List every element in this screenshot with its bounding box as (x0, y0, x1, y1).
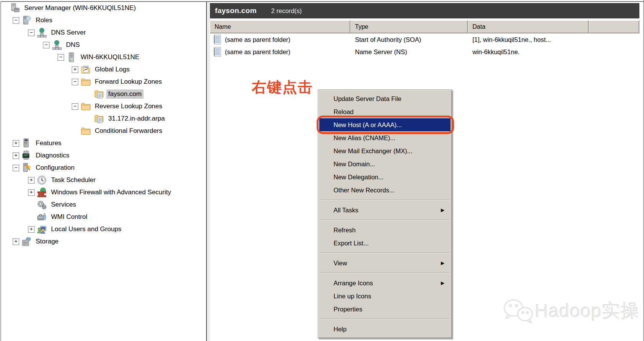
tree-row: fayson.com (1, 88, 206, 100)
expand-icon[interactable]: + (72, 66, 78, 73)
tree-row: Conditional Forwarders (1, 125, 206, 137)
tree-item-dns[interactable]: DNS (64, 40, 82, 50)
tree-row: 31.172.in-addr.arpa (1, 113, 206, 125)
menu-item-label: Reload (334, 108, 353, 115)
menu-item-all-tasks[interactable]: All Tasks▶ (319, 204, 451, 217)
watermark: Hadoop实操 (502, 293, 639, 329)
menu-item-label: New Alias (CNAME)... (334, 134, 395, 141)
menu-item-refresh[interactable]: Refresh (319, 223, 451, 237)
record-name: (same as parent folder) (225, 48, 291, 56)
menu-item-new-mail-exchanger-mx[interactable]: New Mail Exchanger (MX)... (319, 144, 451, 157)
wmi-icon (37, 212, 47, 222)
zone-record-count: 2 record(s) (271, 7, 302, 15)
features-icon (21, 138, 31, 148)
menu-item-new-host-a-or-aaaa[interactable]: New Host (A or AAAA)... (319, 118, 451, 131)
submenu-arrow-icon: ▶ (441, 276, 444, 290)
menu-item-new-delegation[interactable]: New Delegation... (319, 170, 451, 184)
collapse-icon[interactable]: − (13, 17, 19, 24)
roles-icon (21, 15, 31, 25)
menu-item-view[interactable]: View▶ (319, 257, 451, 270)
tree-row: +Diagnostics (1, 149, 206, 162)
expander-spacer (28, 214, 35, 220)
menu-item-new-alias-cname[interactable]: New Alias (CNAME)... (319, 131, 451, 144)
tree-item-wmi-control[interactable]: WMI Control (49, 212, 89, 222)
expand-icon[interactable]: + (13, 140, 19, 147)
collapse-icon[interactable]: − (72, 79, 78, 85)
tree-item-server-manager-win-6kkuqil51ne[interactable]: Server Manager (WIN-6KKUQIL51NE) (22, 3, 138, 13)
menu-separator (320, 253, 450, 253)
submenu-arrow-icon: ▶ (441, 257, 444, 270)
menu-item-label: Arrange Icons (334, 280, 373, 286)
menu-item-line-up-icons[interactable]: Line up Icons (319, 290, 451, 303)
collapse-icon[interactable]: − (58, 54, 64, 61)
menu-item-label: New Domain... (334, 161, 375, 167)
menu-item-label: New Delegation... (334, 174, 383, 180)
zone-context-menu: Update Server Data FileReloadNew Host (A… (318, 89, 452, 338)
record-name-cell: (same as parent folder) (210, 47, 350, 57)
expand-icon[interactable]: + (13, 152, 19, 159)
tree-row: −Forward Lookup Zones (1, 76, 206, 88)
menu-separator (320, 200, 450, 200)
expander-spacer (85, 91, 92, 98)
tree-item-fayson-com[interactable]: fayson.com (106, 89, 144, 99)
collapse-icon[interactable]: − (72, 103, 78, 110)
tree-item-storage[interactable]: Storage (34, 237, 61, 246)
tree-item-reverse-lookup-zones[interactable]: Reverse Lookup Zones (93, 102, 164, 111)
record-row[interactable]: (same as parent folder)Start of Authorit… (210, 33, 639, 46)
wechat-icon (502, 293, 535, 329)
menu-separator (320, 319, 450, 319)
menu-item-reload[interactable]: Reload (319, 105, 451, 118)
menu-item-label: Help (334, 326, 347, 333)
tree-item-local-users-and-groups[interactable]: Local Users and Groups (49, 225, 123, 234)
task-scheduler-icon (37, 175, 47, 185)
expand-icon[interactable]: + (28, 177, 35, 184)
expand-icon[interactable]: + (13, 238, 19, 245)
menu-item-export-list[interactable]: Export List... (319, 237, 451, 250)
tree-item-global-logs[interactable]: Global Logs (93, 65, 132, 74)
menu-separator (320, 273, 450, 273)
tree-row: Services (1, 199, 206, 211)
expand-icon[interactable]: + (28, 226, 35, 233)
collapse-icon[interactable]: − (28, 30, 35, 36)
zone-name: fayson.com (215, 7, 257, 15)
menu-item-new-domain[interactable]: New Domain... (319, 157, 451, 170)
collapse-icon[interactable]: − (13, 165, 19, 171)
tree-item-forward-lookup-zones[interactable]: Forward Lookup Zones (93, 77, 164, 86)
watermark-label: Hadoop实操 (535, 299, 639, 323)
tree-item-task-scheduler[interactable]: Task Scheduler (49, 175, 97, 185)
menu-item-update-server-data-file[interactable]: Update Server Data File (319, 92, 451, 105)
menu-item-other-new-records[interactable]: Other New Records... (319, 184, 451, 197)
record-data: [1], win-6kkuqil51ne., host... (468, 36, 589, 43)
tree-item-conditional-forwarders[interactable]: Conditional Forwarders (93, 126, 164, 136)
collapse-icon[interactable]: − (43, 42, 50, 48)
tree-row: WMI Control (1, 211, 206, 223)
tree-item-roles[interactable]: Roles (34, 16, 54, 25)
record-row[interactable]: (same as parent folder)Name Server (NS)w… (210, 46, 639, 58)
folder-icon (81, 77, 91, 87)
tree-item-configuration[interactable]: Configuration (34, 163, 76, 172)
menu-item-label: New Mail Exchanger (MX)... (334, 147, 412, 154)
tree-item-win-6kkuqil51ne[interactable]: WIN-6KKUQIL51NE (79, 53, 141, 62)
tree-item-features[interactable]: Features (34, 139, 63, 148)
tree-item-windows-firewall-with-advanced-security[interactable]: Windows Firewall with Advanced Security (49, 188, 173, 197)
record-name: (same as parent folder) (225, 36, 291, 43)
menu-item-help[interactable]: Help (319, 323, 451, 336)
record-icon (213, 35, 222, 45)
column-header-name[interactable]: Name (210, 20, 350, 33)
menu-item-properties[interactable]: Properties (319, 303, 451, 316)
record-data: win-6kkuqil51ne. (468, 48, 589, 56)
tree-item-dns-server[interactable]: DNS Server (49, 28, 88, 37)
tree-row: +Local Users and Groups (1, 223, 206, 235)
menu-item-label: Refresh (334, 227, 356, 233)
expand-icon[interactable]: + (28, 189, 35, 196)
menu-item-arrange-icons[interactable]: Arrange Icons▶ (319, 276, 451, 290)
column-header-type[interactable]: Type (350, 20, 468, 33)
record-list-body: (same as parent folder)Start of Authorit… (210, 33, 639, 58)
tree-item-31-172-in-addr-arpa[interactable]: 31.172.in-addr.arpa (106, 114, 167, 123)
menu-item-label: View (334, 260, 347, 267)
server-manager-tree: Server Manager (WIN-6KKUQIL51NE)−Roles−D… (1, 2, 206, 341)
tree-item-services[interactable]: Services (49, 200, 78, 209)
column-header-data[interactable]: Data (468, 20, 589, 33)
tree-item-diagnostics[interactable]: Diagnostics (34, 151, 71, 160)
menu-item-label: New Host (A or AAAA)... (334, 121, 402, 128)
